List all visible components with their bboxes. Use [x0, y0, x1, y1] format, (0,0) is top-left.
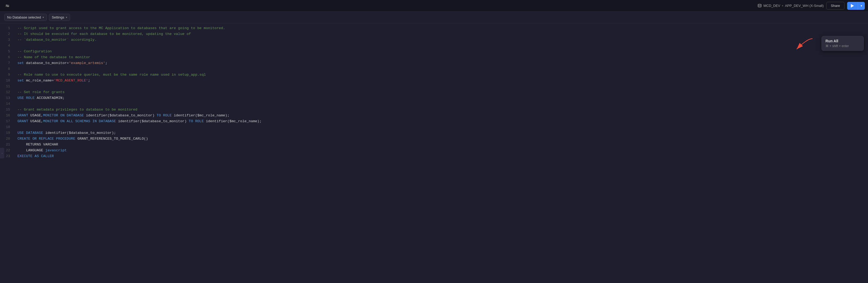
- code-token: ACCOUNTADMIN;: [37, 95, 64, 101]
- code-token: -- Configuration: [18, 49, 52, 55]
- code-token: USE DATABASE: [18, 130, 45, 136]
- code-line: [18, 84, 864, 89]
- code-token: USAGE,: [30, 118, 43, 124]
- svg-marker-7: [851, 4, 854, 8]
- panel-settings-button[interactable]: [3, 2, 12, 10]
- code-token: database_to_monitor=: [26, 60, 69, 66]
- code-token: -- Set role for grants: [18, 89, 64, 95]
- code-token: -- Script used to grant access to the MC…: [18, 25, 225, 31]
- code-line: GRANT USAGE,MONITOR ON DATABASE identifi…: [18, 113, 864, 118]
- line-number: 2: [2, 31, 10, 37]
- code-line: [18, 66, 864, 72]
- code-line: EXECUTE AS CALLER: [18, 153, 864, 159]
- code-token: -- `database_to_monitor` accordingly.: [18, 37, 97, 43]
- code-token: EXECUTE AS CALLER: [18, 153, 54, 159]
- code-token: USE ROLE: [18, 95, 37, 101]
- code-token: LANGUAGE: [18, 148, 45, 153]
- code-token: CREATE OR REPLACE PROCEDURE: [18, 136, 78, 142]
- settings-chevron-icon: ▾: [66, 16, 67, 19]
- chevron-down-icon: ▾: [861, 4, 862, 8]
- run-button-group: ▾: [847, 2, 865, 10]
- code-token: 'MCD_AGENT_ROLE': [54, 78, 88, 84]
- code-line: -- Name of the database to monitor: [18, 55, 864, 60]
- settings-label: Settings: [52, 15, 64, 19]
- line-number: 5: [2, 49, 10, 55]
- line-number: 15: [2, 107, 10, 113]
- code-line: GRANT USAGE,MONITOR ON ALL SCHEMAS IN DA…: [18, 118, 864, 124]
- code-token: set: [18, 78, 26, 84]
- line-number: 6: [2, 55, 10, 60]
- toolbar: No Database selected ▾ Settings ▾: [0, 12, 868, 23]
- code-line: set mc_role_name='MCD_AGENT_ROLE';: [18, 78, 864, 84]
- line-number: 14: [2, 101, 10, 107]
- line-number: 3: [2, 37, 10, 43]
- code-editor[interactable]: -- Script used to grant access to the MC…: [13, 23, 868, 283]
- line-number: 10: [2, 78, 10, 84]
- share-button[interactable]: Share: [826, 2, 844, 9]
- run-all-shortcut: ⌘ + shift + enter: [826, 44, 860, 48]
- code-line: LANGUAGE javascript: [18, 148, 864, 153]
- svg-point-0: [6, 5, 7, 5]
- db-selector-dropdown[interactable]: No Database selected ▾: [4, 14, 47, 21]
- code-token: -- It should be executed for each databa…: [18, 31, 191, 37]
- code-line: -- Script used to grant access to the MC…: [18, 25, 864, 31]
- code-token: javascript: [45, 148, 67, 153]
- line-number: 1: [2, 25, 10, 31]
- code-token: identifier($database_to_monitor): [118, 118, 189, 124]
- line-number: 7: [2, 60, 10, 66]
- code-line: [18, 43, 864, 49]
- code-token: identifier($mc_role_name);: [174, 113, 229, 118]
- code-token: RETURNS VARCHAR: [18, 142, 58, 148]
- code-line: [18, 101, 864, 107]
- code-token: GRANT_REFERENCES_TO_MONTE_CARLO(): [78, 136, 148, 142]
- code-token: mc_role_name=: [26, 78, 54, 84]
- line-number: 21: [2, 142, 10, 148]
- run-button[interactable]: [847, 2, 858, 10]
- run-all-label: Run All: [826, 39, 860, 43]
- line-number: 8: [2, 66, 10, 72]
- editor-area: › 1234567891011121314151617181920212223 …: [0, 23, 868, 283]
- code-line: -- `database_to_monitor` accordingly.: [18, 37, 864, 43]
- header-bar: MCD_DEV • APP_DEV_WH (X-Small) Share ▾: [0, 0, 868, 12]
- line-number: 9: [2, 72, 10, 78]
- line-number: 19: [2, 130, 10, 136]
- app-container: MCD_DEV • APP_DEV_WH (X-Small) Share ▾ N…: [0, 0, 868, 283]
- code-token: ;: [105, 60, 107, 66]
- code-line: [18, 124, 864, 130]
- code-line: -- Role name to use to execute queries, …: [18, 72, 864, 78]
- code-token: identifier($database_to_monitor);: [45, 130, 116, 136]
- code-token: TO ROLE: [189, 118, 206, 124]
- code-token: identifier($database_to_monitor): [86, 113, 156, 118]
- line-number: 16: [2, 113, 10, 118]
- code-token: -- Grant metadata privileges to database…: [18, 107, 137, 113]
- code-line: CREATE OR REPLACE PROCEDURE GRANT_REFERE…: [18, 136, 864, 142]
- svg-point-6: [758, 4, 761, 5]
- line-number: 17: [2, 118, 10, 124]
- code-token: GRANT: [18, 113, 30, 118]
- db-chevron-icon: ▾: [42, 16, 44, 19]
- code-line: RETURNS VARCHAR: [18, 142, 864, 148]
- dot-separator: •: [782, 3, 783, 8]
- settings-dropdown[interactable]: Settings ▾: [49, 14, 70, 21]
- database-icon: [757, 4, 762, 8]
- line-number: 4: [2, 43, 10, 49]
- code-token: -- Role name to use to execute queries, …: [18, 72, 206, 78]
- toggle-icon: ›: [1, 152, 3, 155]
- code-line: -- Grant metadata privileges to database…: [18, 107, 864, 113]
- code-token: ;: [88, 78, 90, 84]
- left-panel-toggle[interactable]: ›: [0, 148, 4, 159]
- code-token: set: [18, 60, 26, 66]
- code-line: -- Set role for grants: [18, 89, 864, 95]
- code-token: GRANT: [18, 118, 30, 124]
- code-token: TO ROLE: [157, 113, 174, 118]
- code-line: set database_to_monitor='example_artemis…: [18, 60, 864, 66]
- line-number: 12: [2, 89, 10, 95]
- run-icon: [851, 4, 854, 8]
- code-token: MONITOR ON DATABASE: [43, 113, 86, 118]
- code-line: -- Configuration: [18, 49, 864, 55]
- line-number: 13: [2, 95, 10, 101]
- warehouse-name: APP_DEV_WH (X-Small): [785, 4, 824, 8]
- line-number: 11: [2, 84, 10, 89]
- run-dropdown-button[interactable]: ▾: [858, 2, 865, 10]
- code-token: MONITOR ON ALL SCHEMAS IN DATABASE: [43, 118, 118, 124]
